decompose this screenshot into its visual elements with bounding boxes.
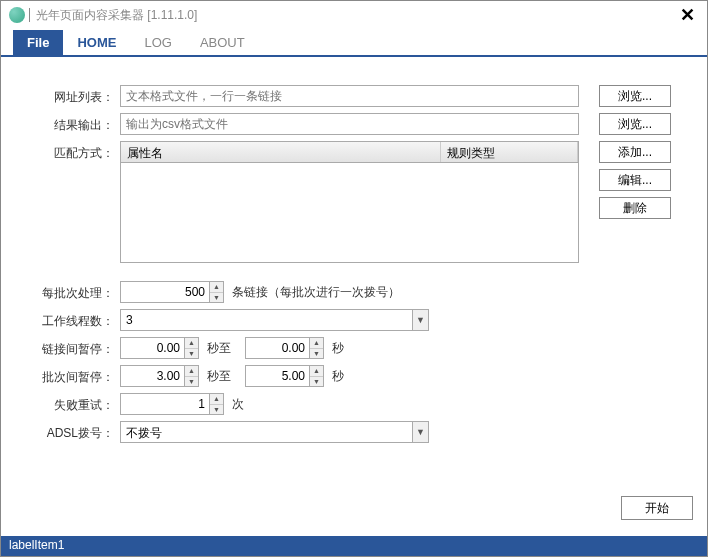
link-pause-to-stepper[interactable]: ▲▼ — [310, 337, 324, 359]
app-icon — [9, 7, 25, 23]
output-input[interactable] — [120, 113, 579, 135]
link-pause-label: 链接间暂停： — [15, 337, 120, 358]
threads-label: 工作线程数： — [15, 309, 120, 330]
retry-label: 失败重试： — [15, 393, 120, 414]
sec-1: 秒 — [332, 337, 344, 357]
start-button[interactable]: 开始 — [621, 496, 693, 520]
batch-label: 每批次处理： — [15, 281, 120, 302]
adsl-label: ADSL拨号： — [15, 421, 120, 442]
batch-input[interactable] — [120, 281, 210, 303]
times-suffix: 次 — [232, 393, 244, 413]
close-icon[interactable]: ✕ — [676, 4, 699, 26]
threads-select[interactable]: 3 ▼ — [120, 309, 429, 331]
link-pause-from-input[interactable] — [120, 337, 185, 359]
menu-file[interactable]: File — [13, 30, 63, 55]
retry-input[interactable] — [120, 393, 210, 415]
batch-pause-from-stepper[interactable]: ▲▼ — [185, 365, 199, 387]
grid-col-attr[interactable]: 属性名 — [121, 142, 441, 162]
menu-log[interactable]: LOG — [130, 30, 185, 55]
batch-stepper[interactable]: ▲▼ — [210, 281, 224, 303]
batch-pause-to-stepper[interactable]: ▲▼ — [310, 365, 324, 387]
sec-to-2: 秒至 — [207, 365, 231, 385]
match-label: 匹配方式： — [15, 141, 120, 162]
chevron-down-icon[interactable]: ▼ — [412, 422, 428, 442]
link-pause-to-input[interactable] — [245, 337, 310, 359]
url-list-label: 网址列表： — [15, 85, 120, 106]
adsl-value: 不拨号 — [121, 422, 412, 442]
link-pause-from-stepper[interactable]: ▲▼ — [185, 337, 199, 359]
add-button[interactable]: 添加... — [599, 141, 671, 163]
status-bar: labelItem1 — [1, 536, 707, 556]
browse-url-button[interactable]: 浏览... — [599, 85, 671, 107]
batch-pause-to-input[interactable] — [245, 365, 310, 387]
adsl-select[interactable]: 不拨号 ▼ — [120, 421, 429, 443]
sec-to-1: 秒至 — [207, 337, 231, 357]
grid-col-type[interactable]: 规则类型 — [441, 142, 578, 162]
menu-home[interactable]: HOME — [63, 30, 130, 55]
batch-pause-from-input[interactable] — [120, 365, 185, 387]
browse-output-button[interactable]: 浏览... — [599, 113, 671, 135]
cursor-indicator — [29, 8, 30, 22]
chevron-down-icon[interactable]: ▼ — [412, 310, 428, 330]
match-grid[interactable]: 属性名 规则类型 — [120, 141, 579, 263]
batch-suffix: 条链接（每批次进行一次拨号） — [232, 281, 400, 301]
threads-value: 3 — [121, 310, 412, 330]
url-list-input[interactable] — [120, 85, 579, 107]
sec-2: 秒 — [332, 365, 344, 385]
menu-about[interactable]: ABOUT — [186, 30, 259, 55]
window-title: 光年页面内容采集器 [1.11.1.0] — [36, 7, 197, 24]
batch-pause-label: 批次间暂停： — [15, 365, 120, 386]
menubar: File HOME LOG ABOUT — [1, 29, 707, 57]
delete-button[interactable]: 删除 — [599, 197, 671, 219]
edit-button[interactable]: 编辑... — [599, 169, 671, 191]
status-text: labelItem1 — [9, 538, 64, 552]
retry-stepper[interactable]: ▲▼ — [210, 393, 224, 415]
output-label: 结果输出： — [15, 113, 120, 134]
